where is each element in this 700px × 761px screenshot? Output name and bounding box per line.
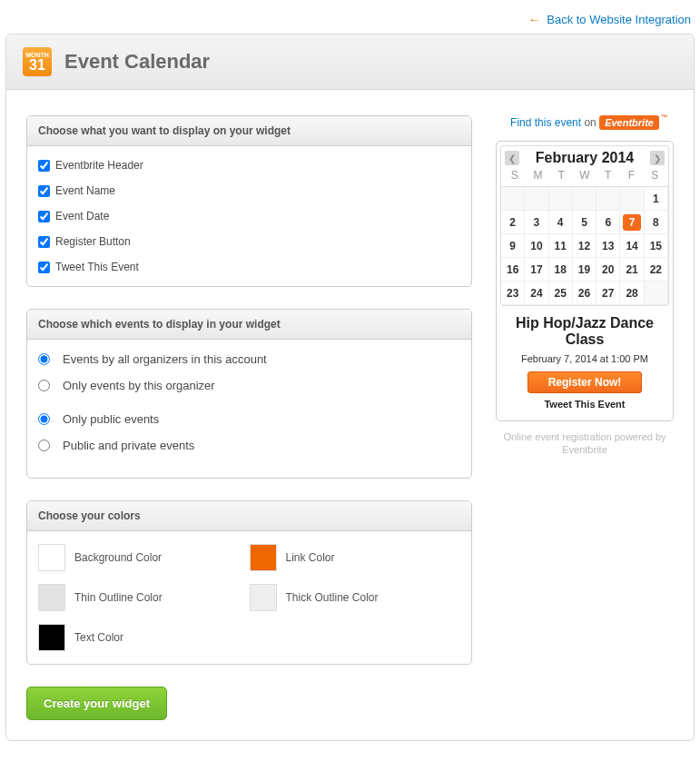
calendar-day-cell[interactable]: 12 bbox=[573, 234, 596, 258]
color-label: Link Color bbox=[286, 551, 335, 564]
color-label: Text Color bbox=[74, 631, 123, 644]
calendar-day-cell[interactable]: 1 bbox=[645, 187, 668, 211]
calendar-dow-label: M bbox=[527, 169, 550, 182]
color-swatch[interactable] bbox=[250, 544, 277, 571]
calendar-dow-label: F bbox=[620, 169, 644, 182]
calendar-icon: MONTH31 bbox=[23, 47, 52, 76]
calendar-day-cell[interactable]: 27 bbox=[596, 282, 620, 305]
calendar-day-cell[interactable]: 24 bbox=[525, 282, 548, 305]
scope-option-row[interactable]: Public and private events bbox=[38, 439, 460, 452]
create-widget-button[interactable]: Create your widget bbox=[26, 687, 167, 720]
color-item[interactable]: Thin Outline Color bbox=[38, 584, 250, 611]
display-options-panel: Choose what you want to display on your … bbox=[26, 115, 472, 287]
display-option-row[interactable]: Register Button bbox=[38, 235, 460, 248]
color-item[interactable]: Thick Outline Color bbox=[250, 584, 461, 611]
calendar-day-cell[interactable]: 7 bbox=[620, 211, 644, 234]
calendar-day-cell[interactable]: 11 bbox=[549, 234, 573, 258]
calendar-day-cell[interactable]: 4 bbox=[549, 211, 573, 234]
event-scope-panel: Choose which events to display in your w… bbox=[26, 309, 472, 479]
calendar-dow-label: S bbox=[643, 169, 666, 182]
back-arrow-icon: ← bbox=[528, 13, 540, 26]
event-date: February 7, 2014 at 1:00 PM bbox=[506, 353, 664, 364]
calendar-empty-cell bbox=[549, 187, 573, 211]
colors-panel: Choose your colors Background ColorLink … bbox=[26, 500, 472, 665]
calendar-dow-label: T bbox=[549, 169, 573, 182]
calendar-day-cell[interactable]: 20 bbox=[596, 258, 620, 282]
color-item[interactable]: Link Color bbox=[250, 544, 461, 571]
display-option-checkbox[interactable] bbox=[38, 262, 50, 273]
find-event-link[interactable]: Find this event bbox=[510, 116, 581, 129]
panel-header: Choose your colors bbox=[27, 501, 471, 531]
calendar-month-title: February 2014 bbox=[536, 150, 635, 166]
calendar-day-cell[interactable]: 22 bbox=[645, 258, 668, 282]
calendar-empty-cell bbox=[645, 282, 668, 305]
calendar-widget: ❮ February 2014 ❯ SMTWTFS 12345678910111… bbox=[496, 141, 674, 421]
color-swatch[interactable] bbox=[38, 544, 65, 571]
color-item[interactable]: Background Color bbox=[38, 544, 250, 571]
color-swatch[interactable] bbox=[38, 624, 65, 651]
calendar-day-cell[interactable]: 21 bbox=[620, 258, 644, 282]
calendar-day-cell[interactable]: 10 bbox=[525, 234, 548, 258]
scope-option-row[interactable]: Events by all organizers in this account bbox=[38, 352, 460, 366]
display-option-row[interactable]: Event Date bbox=[38, 210, 460, 222]
calendar-day-cell[interactable]: 15 bbox=[645, 234, 668, 258]
display-option-checkbox[interactable] bbox=[38, 160, 50, 172]
eventbrite-badge[interactable]: Eventbrite bbox=[599, 115, 659, 130]
display-option-row[interactable]: Eventbrite Header bbox=[38, 159, 460, 172]
register-button[interactable]: Register Now! bbox=[527, 371, 643, 393]
display-option-checkbox[interactable] bbox=[38, 185, 50, 197]
display-option-row[interactable]: Tweet This Event bbox=[38, 261, 460, 273]
calendar-day-cell[interactable]: 17 bbox=[525, 258, 548, 282]
calendar-day-cell[interactable]: 3 bbox=[525, 211, 548, 234]
calendar-day-cell[interactable]: 16 bbox=[501, 258, 525, 282]
calendar-next-button[interactable]: ❯ bbox=[650, 151, 665, 165]
scope-option-row[interactable]: Only public events bbox=[38, 412, 460, 426]
page-title: Event Calendar bbox=[64, 50, 210, 74]
calendar-day-cell[interactable]: 23 bbox=[501, 282, 525, 305]
scope-option-row[interactable]: Only events by this organizer bbox=[38, 379, 460, 392]
display-option-checkbox[interactable] bbox=[38, 211, 50, 222]
back-link[interactable]: Back to Website Integration bbox=[547, 13, 691, 26]
calendar-dow-label: W bbox=[573, 169, 596, 182]
back-link-row: ← Back to Website Integration bbox=[0, 0, 700, 34]
display-option-label: Tweet This Event bbox=[55, 261, 139, 273]
color-label: Thick Outline Color bbox=[286, 591, 379, 604]
calendar-day-cell[interactable]: 19 bbox=[573, 258, 596, 282]
calendar-empty-cell bbox=[596, 187, 620, 211]
color-label: Background Color bbox=[74, 551, 162, 564]
main-container: MONTH31 Event Calendar Choose what you w… bbox=[5, 34, 695, 741]
calendar-day-cell[interactable]: 18 bbox=[549, 258, 573, 282]
calendar-day-cell[interactable]: 13 bbox=[596, 234, 620, 258]
color-swatch[interactable] bbox=[38, 584, 65, 611]
calendar-day-cell[interactable]: 26 bbox=[573, 282, 596, 305]
calendar-dow-label: T bbox=[596, 169, 620, 182]
color-swatch[interactable] bbox=[250, 584, 277, 611]
scope-option-label: Only public events bbox=[63, 412, 159, 426]
powered-by-text: Online event registration powered by Eve… bbox=[496, 430, 674, 456]
calendar-day-cell[interactable]: 5 bbox=[573, 211, 596, 234]
display-option-label: Register Button bbox=[55, 235, 131, 248]
tweet-link[interactable]: Tweet This Event bbox=[506, 399, 664, 410]
display-option-checkbox[interactable] bbox=[38, 236, 50, 248]
calendar-empty-cell bbox=[501, 187, 525, 211]
calendar-day-cell[interactable]: 14 bbox=[620, 234, 644, 258]
calendar-prev-button[interactable]: ❮ bbox=[505, 151, 519, 165]
calendar-day-cell[interactable]: 6 bbox=[596, 211, 620, 234]
display-option-label: Event Date bbox=[55, 210, 109, 222]
display-option-row[interactable]: Event Name bbox=[38, 184, 460, 197]
calendar-day-cell[interactable]: 8 bbox=[645, 211, 668, 234]
scope-option-label: Only events by this organizer bbox=[63, 379, 215, 392]
display-option-label: Eventbrite Header bbox=[55, 159, 143, 172]
calendar-day-cell[interactable]: 28 bbox=[620, 282, 644, 305]
panel-header: Choose what you want to display on your … bbox=[27, 116, 471, 146]
calendar-day-cell[interactable]: 2 bbox=[501, 211, 525, 234]
calendar-day-cell[interactable]: 9 bbox=[501, 234, 525, 258]
calendar-dow-label: S bbox=[503, 169, 527, 182]
scope-option-radio[interactable] bbox=[38, 353, 50, 365]
color-item[interactable]: Text Color bbox=[38, 624, 250, 651]
scope-option-radio[interactable] bbox=[38, 440, 50, 451]
scope-option-radio[interactable] bbox=[38, 380, 50, 391]
calendar-day-cell[interactable]: 25 bbox=[549, 282, 573, 305]
calendar-empty-cell bbox=[525, 187, 548, 211]
scope-option-radio[interactable] bbox=[38, 413, 50, 425]
